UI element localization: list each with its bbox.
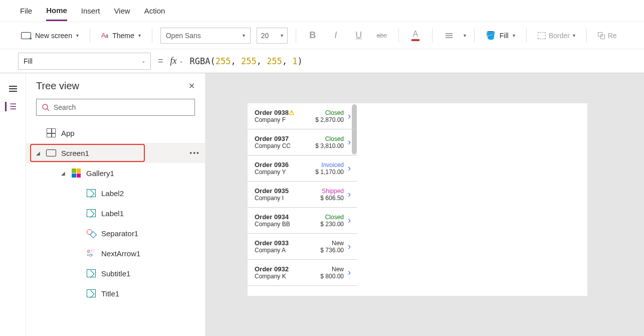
chevron-right-icon[interactable]: › <box>344 267 351 278</box>
label-icon <box>87 209 96 217</box>
company-name: Company CC <box>255 142 309 149</box>
search-input[interactable]: Search <box>36 99 195 116</box>
collapse-icon[interactable]: ◢ <box>61 171 66 176</box>
equals-sign: = <box>158 56 163 66</box>
chevron-right-icon[interactable]: › <box>344 215 351 226</box>
order-id: Order 0938⚠ <box>255 109 309 116</box>
list-item[interactable]: Order 0935 Company I Shipped $ 606.50 › <box>248 182 357 208</box>
left-rail: ☰ <box>0 73 26 336</box>
label-icon <box>87 269 96 277</box>
order-price: $ 736.00 <box>309 247 344 254</box>
fx-button[interactable]: fx⌄ <box>170 56 183 66</box>
formula-input[interactable]: RGBA(255, 255, 255, 1) <box>190 56 303 66</box>
tree-node-label1[interactable]: Label1 <box>26 203 205 223</box>
label-icon <box>87 289 96 297</box>
separator-icon <box>87 229 96 237</box>
tree-view-rail-icon[interactable]: ☰ <box>5 102 17 111</box>
formula-bar: Fill ⌄ = fx⌄ RGBA(255, 255, 255, 1) <box>0 49 644 73</box>
reorder-button[interactable]: Re <box>595 30 620 42</box>
align-button[interactable] <box>441 28 458 44</box>
strikethrough-button[interactable]: abc <box>373 28 390 44</box>
fill-button[interactable]: 🪣 Fill ▾ <box>483 29 518 42</box>
company-name: Company Y <box>255 169 309 176</box>
search-icon <box>42 103 50 111</box>
tab-home[interactable]: Home <box>46 1 67 21</box>
order-price: $ 606.50 <box>309 195 344 202</box>
tab-insert[interactable]: Insert <box>81 2 100 20</box>
tree-node-subtitle1[interactable]: Subtitle1 <box>26 263 205 283</box>
menu-tabs: File Home Insert View Action <box>0 0 644 22</box>
tab-action[interactable]: Action <box>144 2 165 20</box>
tab-file[interactable]: File <box>20 2 32 20</box>
list-item[interactable]: Order 0938⚠ Company F Closed $ 2,870.00 … <box>248 103 357 129</box>
collapse-icon[interactable]: ◢ <box>36 150 41 156</box>
order-status: Closed <box>309 135 344 142</box>
reorder-label: Re <box>608 32 617 40</box>
list-item[interactable]: Order 0934 Company BB Closed $ 230.00 › <box>248 208 357 234</box>
list-item[interactable]: Order 0932 Company K New $ 800.00 › <box>248 260 357 286</box>
tab-view[interactable]: View <box>114 2 130 20</box>
paint-bucket-icon: 🪣 <box>486 31 496 40</box>
italic-button[interactable]: I <box>327 28 344 44</box>
app-icon <box>47 128 56 137</box>
separator <box>90 29 90 43</box>
new-screen-button[interactable]: New screen ▾ <box>18 30 82 42</box>
screen-plus-icon <box>21 32 31 39</box>
chevron-right-icon[interactable]: › <box>344 241 351 252</box>
chevron-down-icon[interactable]: ▾ <box>464 33 466 38</box>
font-color-button[interactable]: A <box>407 28 424 44</box>
bold-button[interactable]: B <box>304 28 321 44</box>
tree: App ◢ Screen1 ••• ◢ Gallery1 Label2 Labe… <box>26 121 205 305</box>
chevron-down-icon: ▾ <box>573 33 575 38</box>
icon-group-icon: ⊘♡+⟳ <box>87 249 96 257</box>
order-id: Order 0937 <box>255 135 309 142</box>
font-size-dropdown[interactable]: 20 ▾ <box>257 28 288 44</box>
tree-node-app[interactable]: App <box>26 123 205 143</box>
svg-point-0 <box>43 104 48 109</box>
tree-node-nextarrow1[interactable]: ⊘♡+⟳ NextArrow1 <box>26 243 205 263</box>
border-button[interactable]: Border ▾ <box>535 30 578 42</box>
warning-icon: ⚠ <box>289 109 295 116</box>
company-name: Company F <box>255 116 309 123</box>
screen-icon <box>46 149 56 156</box>
tree-node-label2[interactable]: Label2 <box>26 183 205 203</box>
order-status: Closed <box>309 214 344 221</box>
theme-label: Theme <box>112 32 134 40</box>
order-id: Order 0936 <box>255 161 309 169</box>
font-name: Open Sans <box>166 32 201 40</box>
chevron-down-icon: ▾ <box>513 33 515 38</box>
underline-button[interactable]: U <box>350 28 367 44</box>
theme-button[interactable]: Aa Theme ▾ <box>98 30 144 42</box>
font-dropdown[interactable]: Open Sans ▾ <box>160 28 251 44</box>
tree-node-title1[interactable]: Title1 <box>26 283 205 303</box>
more-button[interactable]: ••• <box>189 149 200 157</box>
chevron-down-icon: ⌄ <box>141 58 145 64</box>
order-status: New <box>309 240 344 247</box>
chevron-right-icon[interactable]: › <box>344 137 351 147</box>
list-item[interactable]: Order 0933 Company A New $ 736.00 › <box>248 234 357 260</box>
separator <box>586 29 587 43</box>
order-price: $ 3,810.00 <box>309 142 344 149</box>
chevron-right-icon[interactable]: › <box>344 189 351 200</box>
company-name: Company I <box>255 195 309 202</box>
list-item[interactable]: Order 0936 Company Y Invoiced $ 1,170.00… <box>248 155 357 182</box>
chevron-right-icon[interactable]: › <box>344 163 351 174</box>
order-status: New <box>309 266 344 273</box>
order-id: Order 0933 <box>255 239 309 247</box>
chevron-down-icon: ▾ <box>281 33 283 38</box>
tree-node-separator1[interactable]: Separator1 <box>26 223 205 243</box>
gallery-preview: Order 0938⚠ Company F Closed $ 2,870.00 … <box>248 103 357 286</box>
list-item[interactable]: Order 0937 Company CC Closed $ 3,810.00 … <box>248 129 357 155</box>
close-icon[interactable]: ✕ <box>188 81 195 91</box>
chevron-right-icon[interactable]: › <box>344 111 351 121</box>
theme-icon: Aa <box>101 32 108 39</box>
separator <box>526 29 527 43</box>
order-status: Closed <box>309 109 344 116</box>
canvas[interactable]: Order 0938⚠ Company F Closed $ 2,870.00 … <box>205 73 644 336</box>
hamburger-button[interactable] <box>9 80 17 92</box>
separator <box>296 29 296 43</box>
property-dropdown[interactable]: Fill ⌄ <box>18 53 151 70</box>
order-id: Order 0934 <box>255 213 309 221</box>
tree-node-gallery1[interactable]: ◢ Gallery1 <box>26 163 205 183</box>
tree-node-screen1[interactable]: ◢ Screen1 ••• <box>26 143 205 163</box>
